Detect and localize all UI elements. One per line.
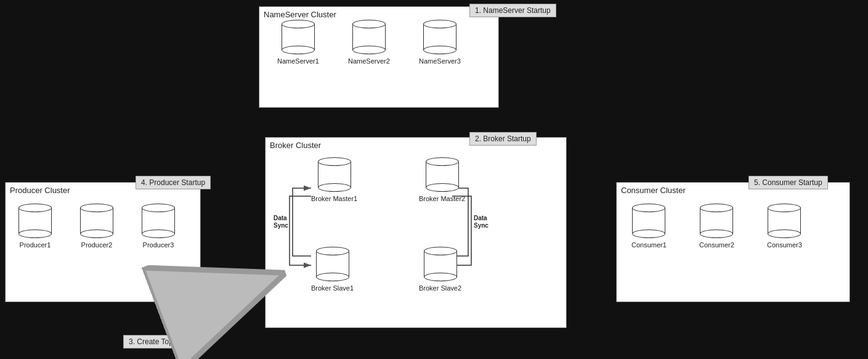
- data-sync-label-left-sync: Sync: [274, 222, 288, 229]
- ns1-top: [282, 20, 315, 28]
- bs2-bottom: [424, 273, 457, 281]
- broker-startup-badge: 2. Broker Startup: [469, 132, 537, 146]
- p1-bottom: [18, 229, 52, 238]
- bs2-label: Broker Slave2: [419, 284, 461, 292]
- c3-bottom: [768, 229, 801, 238]
- broker-master1: Broker Master1: [311, 157, 357, 202]
- c2-bottom: [700, 229, 733, 238]
- bm2-bottom: [426, 183, 459, 192]
- ns1-bottom: [282, 46, 315, 54]
- p2-top: [80, 204, 113, 212]
- bm2-label: Broker Master2: [419, 195, 465, 202]
- nameserver3: NameServer3: [419, 20, 461, 65]
- producer-cluster-label: Producer Cluster: [10, 186, 70, 195]
- p3-top: [142, 204, 175, 212]
- consumer-cluster-label: Consumer Cluster: [621, 186, 686, 195]
- consumer1: Consumer1: [631, 204, 667, 249]
- bm1-label: Broker Master1: [311, 195, 357, 202]
- p1-label: Producer1: [20, 241, 51, 249]
- p3-label: Producer3: [143, 241, 174, 249]
- ns3-label: NameServer3: [419, 57, 461, 65]
- c2-label: Consumer2: [699, 241, 734, 249]
- broker-slave1: Broker Slave1: [311, 247, 354, 292]
- producer3: Producer3: [142, 204, 175, 249]
- create-topics-badge: 3. Create Topics: [123, 335, 188, 349]
- ns3-bottom: [423, 46, 456, 54]
- diagram-canvas: NameServer Cluster 1. NameServer Startup…: [0, 0, 868, 359]
- data-sync-label-left-data: Data: [274, 215, 287, 221]
- broker-cluster-box: [265, 137, 567, 328]
- ns1-label: NameServer1: [277, 57, 319, 65]
- bm1-bottom: [318, 183, 351, 192]
- p1-top: [18, 204, 52, 212]
- nameserver1: NameServer1: [277, 20, 319, 65]
- c3-top: [768, 204, 801, 212]
- broker-slave2: Broker Slave2: [419, 247, 461, 292]
- nameserver-startup-badge: 1. NameServer Startup: [469, 4, 556, 17]
- create-topics-arrow: [191, 281, 265, 308]
- ns2-bottom: [352, 46, 386, 54]
- p3-bottom: [142, 229, 175, 238]
- bs2-top: [424, 247, 457, 255]
- consumer3: Consumer3: [767, 204, 802, 249]
- broker-master2: Broker Master2: [419, 157, 465, 202]
- consumer2: Consumer2: [699, 204, 734, 249]
- broker-cluster-label: Broker Cluster: [270, 141, 321, 150]
- c1-label: Consumer1: [631, 241, 667, 249]
- c2-top: [700, 204, 733, 212]
- bm1-top: [318, 157, 351, 166]
- nameserver-cluster-label: NameServer Cluster: [264, 10, 336, 19]
- ns2-top: [352, 20, 386, 28]
- p2-bottom: [80, 229, 113, 238]
- nameserver2: NameServer2: [348, 20, 390, 65]
- bs1-bottom: [316, 273, 349, 281]
- bm2-top: [426, 157, 459, 166]
- bs1-top: [316, 247, 349, 255]
- c1-top: [632, 204, 665, 212]
- c3-label: Consumer3: [767, 241, 802, 249]
- producer2: Producer2: [80, 204, 113, 249]
- ns2-label: NameServer2: [348, 57, 390, 65]
- consumer-startup-badge: 5. Consumer Startup: [748, 176, 828, 189]
- data-sync-label-right-data: Data: [474, 215, 487, 221]
- bs1-label: Broker Slave1: [311, 284, 354, 292]
- producer1: Producer1: [18, 204, 52, 249]
- data-sync-label-right-sync: Sync: [474, 222, 489, 229]
- ns3-top: [423, 20, 456, 28]
- producer-startup-badge: 4. Producer Startup: [136, 176, 211, 189]
- p2-label: Producer2: [81, 241, 113, 249]
- c1-bottom: [632, 229, 665, 238]
